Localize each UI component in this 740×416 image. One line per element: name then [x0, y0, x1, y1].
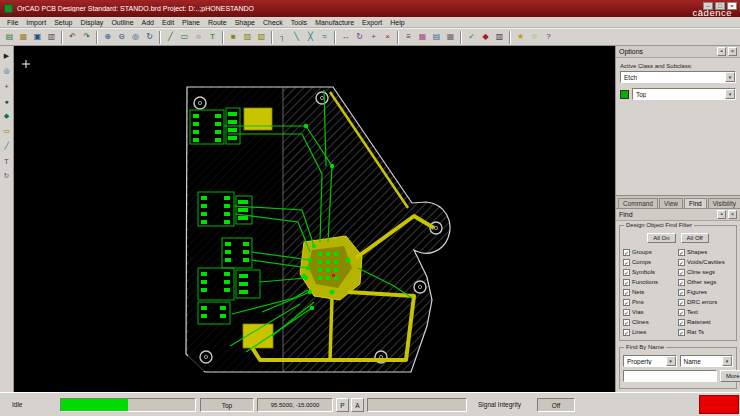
pick-button[interactable]: P	[336, 398, 349, 412]
find-filter-functions[interactable]: ✓Functions	[623, 277, 678, 287]
shape-void-icon[interactable]: ▨	[241, 31, 254, 44]
more-button[interactable]: More...	[720, 370, 740, 382]
shape-edit-icon[interactable]: ▧	[255, 31, 268, 44]
add-line-icon[interactable]: ╱	[164, 31, 177, 44]
zoom-in-icon[interactable]: ⊕	[101, 31, 114, 44]
add-shape-icon[interactable]: ▭	[1, 125, 13, 137]
all-off-button[interactable]: All Off	[681, 233, 709, 243]
add-rect-icon[interactable]: ▭	[178, 31, 191, 44]
menu-item-manufacture[interactable]: Manufacture	[311, 18, 358, 27]
menu-item-check[interactable]: Check	[259, 18, 287, 27]
new-design-icon[interactable]: ▤	[3, 31, 16, 44]
find-filter-voids-cavities[interactable]: ✓Voids/Cavities	[678, 257, 733, 267]
find-filter-rat-ts[interactable]: ✓Rat Ts	[678, 327, 733, 337]
add-text-icon[interactable]: T	[206, 31, 219, 44]
find-filter-lines[interactable]: ✓Lines	[623, 327, 678, 337]
find-filter-drc-errors[interactable]: ✓DRC errors	[678, 297, 733, 307]
drc-update-icon[interactable]: ✓	[465, 31, 478, 44]
dock-tab-find[interactable]: Find	[684, 198, 707, 208]
spin-tool-icon[interactable]: ↻	[1, 170, 13, 182]
subclass-select[interactable]: Top ▾	[632, 88, 736, 100]
find-filter-symbols[interactable]: ✓Symbols	[623, 267, 678, 277]
select-pointer-icon[interactable]: ▶	[1, 50, 13, 62]
menu-item-import[interactable]: Import	[22, 18, 50, 27]
menu-item-export[interactable]: Export	[358, 18, 386, 27]
dock-tab-visibility[interactable]: Visibility	[708, 198, 740, 208]
add-pin-icon[interactable]: ●	[1, 95, 13, 107]
close-button[interactable]: ×	[727, 2, 737, 10]
dock-tab-command[interactable]: Command	[618, 198, 658, 208]
find-filter-cline-segs[interactable]: ✓Cline segs	[678, 267, 733, 277]
menu-item-tools[interactable]: Tools	[287, 18, 311, 27]
color-dialog-icon[interactable]: ▦	[416, 31, 429, 44]
menu-item-file[interactable]: File	[3, 18, 22, 27]
move-tool-icon[interactable]: +	[1, 80, 13, 92]
menu-item-route[interactable]: Route	[204, 18, 231, 27]
zoom-fit-icon[interactable]: ◎	[129, 31, 142, 44]
maximize-button[interactable]: □	[715, 2, 725, 10]
layers-icon[interactable]: ▤	[430, 31, 443, 44]
zoom-tool-icon[interactable]: ◎	[1, 65, 13, 77]
find-filter-other-segs[interactable]: ✓Other segs	[678, 277, 733, 287]
find-filter-figures[interactable]: ✓Figures	[678, 287, 733, 297]
menu-item-setup[interactable]: Setup	[50, 18, 76, 27]
menu-item-outline[interactable]: Outline	[107, 18, 137, 27]
find-filter-pins[interactable]: ✓Pins	[623, 297, 678, 307]
route-custom-icon[interactable]: ╳	[304, 31, 317, 44]
undo-icon[interactable]: ↶	[66, 31, 79, 44]
menu-item-help[interactable]: Help	[386, 18, 408, 27]
menu-item-shape[interactable]: Shape	[231, 18, 259, 27]
print-icon[interactable]: ▥	[45, 31, 58, 44]
properties-icon[interactable]: ≡	[402, 31, 415, 44]
shape-add-icon[interactable]: ■	[227, 31, 240, 44]
redraw-icon[interactable]: ↻	[143, 31, 156, 44]
find-filter-clines[interactable]: ✓Clines	[623, 317, 678, 327]
save-design-icon[interactable]: ▣	[31, 31, 44, 44]
menu-item-plane[interactable]: Plane	[178, 18, 204, 27]
all-on-button[interactable]: All On	[647, 233, 675, 243]
mirror-icon[interactable]: ↔	[339, 31, 352, 44]
route-slide-icon[interactable]: ╲	[290, 31, 303, 44]
add-circle-icon[interactable]: ○	[192, 31, 205, 44]
menu-item-add[interactable]: Add	[138, 18, 158, 27]
grid-icon[interactable]: ▦	[444, 31, 457, 44]
menu-item-display[interactable]: Display	[76, 18, 107, 27]
add-via-icon[interactable]: ◆	[1, 110, 13, 122]
find-filter-ratsnest[interactable]: ✓Ratsnest	[678, 317, 733, 327]
class-select[interactable]: Etch ▾	[620, 71, 736, 83]
find-filter-groups[interactable]: ✓Groups	[623, 247, 678, 257]
pin-icon[interactable]: ▪	[717, 47, 726, 56]
close-icon[interactable]: ×	[728, 47, 737, 56]
find-filter-text[interactable]: ✓Text	[678, 307, 733, 317]
help-icon[interactable]: ?	[542, 31, 555, 44]
menu-item-edit[interactable]: Edit	[158, 18, 178, 27]
route-connect-icon[interactable]: ┐	[276, 31, 289, 44]
dehighlight-icon[interactable]: ☆	[528, 31, 541, 44]
add-cline-icon[interactable]: ╱	[1, 140, 13, 152]
find-by-mode-select[interactable]: Name ▾	[680, 355, 734, 367]
rotate-icon[interactable]: ↻	[353, 31, 366, 44]
pcb-canvas[interactable]	[14, 46, 615, 392]
find-by-name-input[interactable]	[623, 370, 717, 382]
dock-tab-view[interactable]: View	[659, 198, 683, 208]
reports-icon[interactable]: ▥	[493, 31, 506, 44]
find-filter-comps[interactable]: ✓Comps	[623, 257, 678, 267]
minimize-button[interactable]: –	[703, 2, 713, 10]
move-icon[interactable]: +	[367, 31, 380, 44]
delete-icon[interactable]: ×	[381, 31, 394, 44]
zoom-out-icon[interactable]: ⊖	[115, 31, 128, 44]
highlight-icon[interactable]: ★	[514, 31, 527, 44]
signal-integrity-label: Signal Integrity	[478, 401, 521, 408]
find-filter-shapes[interactable]: ✓Shapes	[678, 247, 733, 257]
drc-errors-icon[interactable]: ◆	[479, 31, 492, 44]
label-tool-icon[interactable]: T	[1, 155, 13, 167]
delay-tune-icon[interactable]: ≈	[318, 31, 331, 44]
application-mode-button[interactable]: A	[351, 398, 364, 412]
close-icon[interactable]: ×	[728, 210, 737, 219]
find-by-type-select[interactable]: Property ▾	[623, 355, 677, 367]
pin-icon[interactable]: ▪	[717, 210, 726, 219]
find-filter-nets[interactable]: ✓Nets	[623, 287, 678, 297]
open-design-icon[interactable]: ▦	[17, 31, 30, 44]
find-filter-vias[interactable]: ✓Vias	[623, 307, 678, 317]
redo-icon[interactable]: ↷	[80, 31, 93, 44]
